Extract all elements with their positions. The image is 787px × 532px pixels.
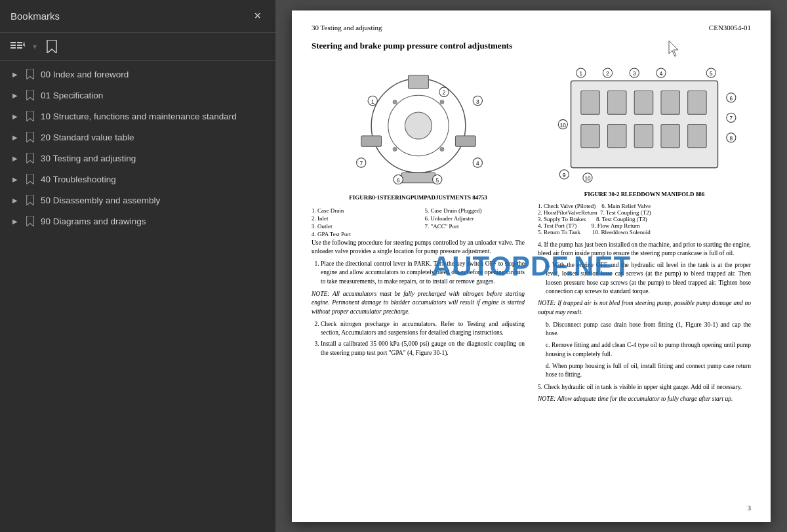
sidebar-item-label: 01 Specification [41,91,103,100]
svg-text:1: 1 [580,71,583,77]
svg-text:4: 4 [476,161,479,167]
sidebar-item-label: 30 Testing and adjusting [41,153,136,163]
svg-point-30 [439,147,443,151]
step-2: Check nitrogen precharge in accumulators… [321,320,525,338]
sidebar-item-item-30[interactable]: ▶ 30 Testing and adjusting [0,148,275,169]
note-1: NOTE: All accumulators must be fully pre… [312,290,525,316]
rpart-4: 4. Test Port (T7) 9. Flow Amp Return [538,222,751,229]
expand-arrow: ▶ [10,70,20,79]
main-content: 30 Testing and adjusting CEN30054-01 Ste… [275,0,787,532]
svg-text:2: 2 [606,71,609,77]
right-step-d: d. When pump housing is full of oil, ins… [538,362,751,380]
toolbar-separator: ▾ [33,42,37,51]
part-3: 3. Outlet [312,223,412,230]
svg-rect-3 [17,45,22,46]
svg-point-27 [393,100,397,104]
right-figure: 1 2 3 4 5 [543,60,746,188]
bookmark-flag-icon [25,153,35,163]
svg-text:5: 5 [435,178,439,184]
list-icon [10,41,25,52]
bookmark-flag-icon [25,90,35,100]
bookmark-flag-icon [25,195,35,205]
right-column: 1 2 3 4 5 [538,60,751,408]
page-header-section: 30 Testing and adjusting [312,24,382,31]
svg-point-8 [405,112,432,139]
steps-list: Place the directional control lever in P… [312,260,525,286]
right-step4: 4. If the pump has just been installed o… [538,241,751,258]
right-step-c: c. Remove fitting and add clean C-4 type… [538,341,751,359]
expand-arrow: ▶ [10,91,20,100]
svg-rect-11 [408,75,428,89]
svg-point-28 [439,100,443,104]
sidebar-item-item-90[interactable]: ▶ 90 Diagrams and drawings [0,211,275,232]
svg-rect-35 [661,91,680,114]
part-7: 7. "ACC" Port [425,223,525,230]
part-5: 5. Case Drain (Plugged) [425,207,525,214]
right-figure-area: 1 2 3 4 5 [538,60,751,197]
svg-rect-41 [688,124,707,148]
svg-text:5: 5 [710,71,713,77]
sidebar-title: Bookmarks [10,10,60,22]
svg-rect-37 [581,124,600,148]
page-inner: 30 Testing and adjusting CEN30054-01 Ste… [292,10,771,522]
note-2: NOTE: If trapped air is not bled from st… [538,299,751,317]
page-header-code: CEN30054-01 [709,24,751,31]
svg-rect-5 [17,47,22,49]
svg-rect-10 [455,136,475,146]
expand-arrow: ▶ [10,195,20,205]
right-figure-label: FIGURE 30-2 BLEEDDOWN MANIFOLD 886 [584,191,705,197]
rpart-1: 1. Check Valve (Piloted) 6. Main Relief … [538,203,751,209]
sidebar-item-item-50[interactable]: ▶ 50 Disassembly and assembly [0,190,275,211]
sidebar-item-item-01[interactable]: ▶ 01 Specification [0,85,275,106]
sidebar-item-label: 50 Disassembly and assembly [41,195,160,205]
bookmark-flag-icon [25,174,35,184]
svg-rect-2 [17,42,22,43]
svg-text:1: 1 [371,99,374,105]
svg-rect-12 [401,173,435,182]
page-number: 3 [748,504,752,512]
page-container: 30 Testing and adjusting CEN30054-01 Ste… [292,10,771,522]
note-3: NOTE: Allow adequate time for the accumu… [538,395,751,403]
toolbar-bookmark-btn[interactable] [42,38,62,55]
svg-text:10: 10 [584,176,591,182]
page-header: 30 Testing and adjusting CEN30054-01 [312,24,751,31]
sidebar-item-item-00[interactable]: ▶ 00 Index and foreword [0,64,275,85]
part-4: 4. GPA Test Port [312,231,412,237]
sidebar-item-label: 20 Standard value table [41,133,134,142]
step-3: Install a calibrated 35 000 kPa (5,000 p… [321,340,525,358]
toolbar-list-btn[interactable] [8,38,28,55]
left-figure-label: FIGURB0-1STEERINGPUMPADJUSTMENTS 84753 [349,194,487,201]
left-fig-caption: 1. Case Drain 2. Inlet 3. Outlet 4. GPA … [312,207,525,239]
svg-text:3: 3 [476,99,479,105]
svg-rect-0 [10,42,16,43]
sidebar-item-label: 10 Structure, functions and maintenance … [41,112,237,121]
svg-text:6: 6 [396,178,399,184]
svg-rect-9 [361,136,381,146]
part-6: 6. Unloader Adjuster [425,215,525,222]
svg-rect-33 [608,91,627,114]
sidebar-item-item-20[interactable]: ▶ 20 Standard value table [0,127,275,148]
step-1: Place the directional control lever in P… [321,260,525,286]
steps-list-2: Check nitrogen precharge in accumulators… [312,320,525,358]
svg-text:8: 8 [730,135,733,141]
close-button[interactable]: × [250,8,265,24]
rpart-3: 3. Supply To Brakes 8. Test Coupling (T3… [538,216,751,222]
svg-rect-4 [10,47,16,49]
svg-rect-40 [661,124,680,148]
svg-text:9: 9 [563,172,566,178]
cursor [666,39,682,60]
pump-diagram-svg: 1 2 3 4 [323,62,514,190]
part-2: 2. Inlet [312,215,412,222]
right-step-b: b. Disconnect pump case drain hose from … [538,321,751,338]
svg-text:10: 10 [560,122,567,128]
rpart-2: 2. HoistPilotValveReturn 7. Test Couplin… [538,209,751,216]
bookmark-list: ▶ 00 Index and foreword ▶ 01 Specificati… [0,61,275,532]
bookmark-icon [45,41,59,52]
manifold-diagram-svg: 1 2 3 4 5 [551,60,738,188]
left-figure-area: 1 2 3 4 [312,60,525,201]
bookmark-flag-icon [25,69,35,79]
sidebar-item-item-10[interactable]: ▶ 10 Structure, functions and maintenanc… [0,106,275,127]
expand-arrow: ▶ [10,112,20,121]
sidebar-item-label: 90 Diagrams and drawings [41,216,146,226]
sidebar-item-item-40[interactable]: ▶ 40 Troubleshooting [0,169,275,190]
